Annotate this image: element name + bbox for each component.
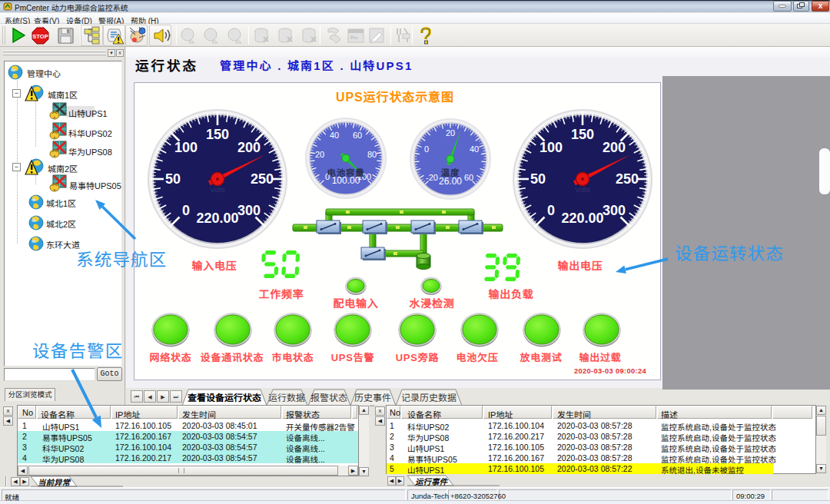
svg-text:40: 40 — [470, 144, 479, 154]
svg-text:80: 80 — [367, 150, 377, 159]
svg-text:20: 20 — [446, 128, 455, 138]
svg-text:100: 100 — [540, 140, 563, 155]
svg-text:60: 60 — [353, 131, 362, 140]
svg-text:查看设备运行状态: 查看设备运行状态 — [187, 393, 261, 403]
svg-text:Prn: Prn — [350, 35, 357, 40]
svg-text:-20: -20 — [426, 173, 438, 182]
svg-text:0: 0 — [182, 203, 190, 218]
svg-text:记录历史数据: 记录历史数据 — [401, 393, 456, 403]
svg-text:60: 60 — [464, 173, 473, 182]
svg-text:200: 200 — [237, 140, 261, 155]
svg-text:0: 0 — [424, 144, 429, 154]
svg-text:250: 250 — [616, 171, 639, 187]
svg-text:300: 300 — [237, 203, 261, 218]
svg-text:220.00: 220.00 — [561, 211, 603, 226]
svg-text:40: 40 — [330, 131, 339, 140]
svg-text:Volts: Volts — [575, 186, 590, 194]
svg-text:100: 100 — [174, 140, 198, 155]
svg-text:200: 200 — [603, 140, 626, 155]
svg-text:运行数据: 运行数据 — [268, 393, 305, 403]
svg-text:Volts: Volts — [210, 186, 225, 194]
svg-text:0: 0 — [547, 203, 555, 218]
svg-text:250: 250 — [251, 171, 274, 187]
svg-text:报警状态: 报警状态 — [310, 393, 347, 403]
svg-text:150: 150 — [571, 127, 594, 142]
svg-text:220.00: 220.00 — [196, 211, 238, 226]
svg-text:历史事件: 历史事件 — [354, 393, 391, 403]
svg-text:20: 20 — [315, 150, 324, 159]
svg-text:150: 150 — [206, 127, 229, 142]
svg-text:50: 50 — [530, 171, 546, 187]
svg-text:300: 300 — [603, 203, 626, 218]
svg-text:50: 50 — [165, 171, 181, 187]
svg-text:STOP: STOP — [32, 33, 48, 40]
